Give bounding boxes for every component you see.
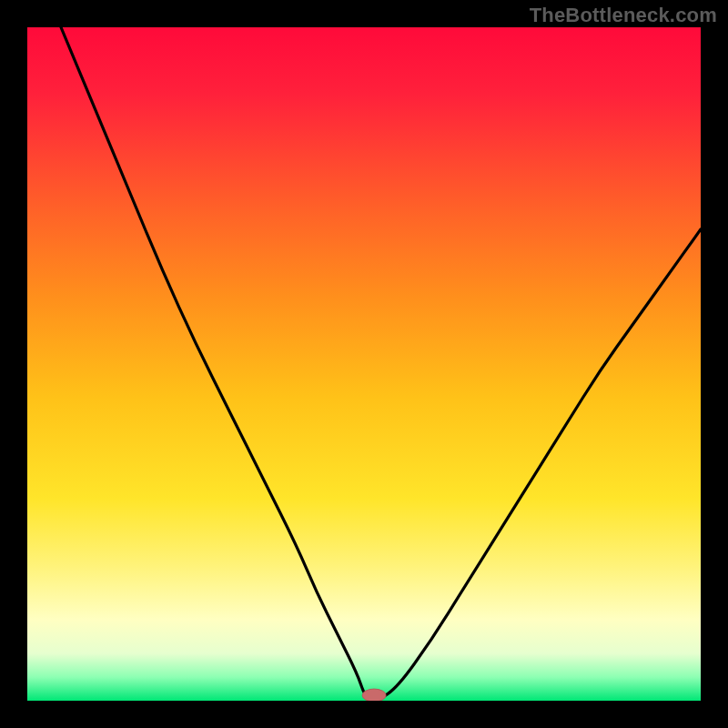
chart-svg (27, 27, 701, 701)
gradient-background (27, 27, 701, 701)
watermark-text: TheBottleneck.com (530, 4, 717, 27)
plot-area (27, 27, 701, 701)
optimal-point-marker (362, 689, 386, 701)
chart-frame: TheBottleneck.com (0, 0, 728, 728)
